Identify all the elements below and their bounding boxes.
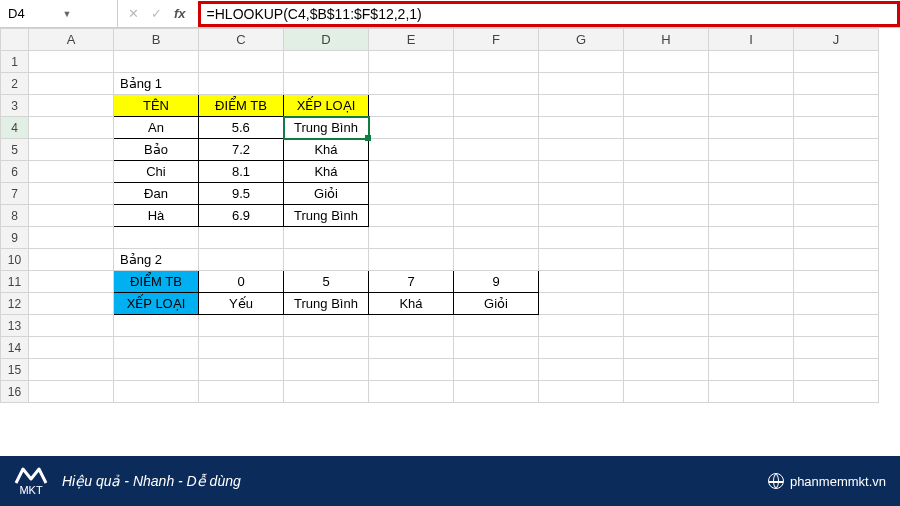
bang1-hdr-ten[interactable]: TÊN — [114, 95, 199, 117]
col-F[interactable]: F — [454, 29, 539, 51]
row-1[interactable]: 1 — [1, 51, 29, 73]
confirm-icon[interactable]: ✓ — [151, 6, 162, 21]
bang1-title[interactable]: Bảng 1 — [114, 73, 199, 95]
cell-D7[interactable]: Giỏi — [284, 183, 369, 205]
cell-F11[interactable]: 9 — [454, 271, 539, 293]
col-H[interactable]: H — [624, 29, 709, 51]
bang1-hdr-diem[interactable]: ĐIỂM TB — [199, 95, 284, 117]
tagline: Hiệu quả - Nhanh - Dễ dùng — [62, 473, 241, 489]
footer-right: phanmemmkt.vn — [768, 473, 886, 489]
name-box[interactable]: D4 ▼ — [0, 0, 118, 27]
cell-E12[interactable]: Khá — [369, 293, 454, 315]
cell-B6[interactable]: Chi — [114, 161, 199, 183]
cell-D8[interactable]: Trung Bình — [284, 205, 369, 227]
bang1-hdr-xeploai[interactable]: XẾP LOẠI — [284, 95, 369, 117]
cell-D6[interactable]: Khá — [284, 161, 369, 183]
logo-icon — [14, 467, 48, 485]
fx-icon[interactable]: fx — [174, 6, 186, 21]
cancel-icon[interactable]: ✕ — [128, 6, 139, 21]
bang2-hdr-diem[interactable]: ĐIỂM TB — [114, 271, 199, 293]
name-box-value: D4 — [8, 6, 57, 21]
cell-B5[interactable]: Bảo — [114, 139, 199, 161]
cell-C12[interactable]: Yếu — [199, 293, 284, 315]
cell-D11[interactable]: 5 — [284, 271, 369, 293]
cell-B4[interactable]: An — [114, 117, 199, 139]
cell-C4[interactable]: 5.6 — [199, 117, 284, 139]
col-E[interactable]: E — [369, 29, 454, 51]
cell-B8[interactable]: Hà — [114, 205, 199, 227]
cell-C7[interactable]: 9.5 — [199, 183, 284, 205]
col-J[interactable]: J — [794, 29, 879, 51]
grid[interactable]: A B C D E F G H I J 1 2Bảng 1 3 TÊN ĐIỂM… — [0, 28, 879, 403]
brand-logo: MKT — [14, 467, 48, 496]
row-3[interactable]: 3 — [1, 95, 29, 117]
bang2-hdr-xeploai[interactable]: XẾP LOẠI — [114, 293, 199, 315]
row-11[interactable]: 11 — [1, 271, 29, 293]
globe-icon — [768, 473, 784, 489]
cell-F12[interactable]: Giỏi — [454, 293, 539, 315]
col-A[interactable]: A — [29, 29, 114, 51]
row-2[interactable]: 2 — [1, 73, 29, 95]
row-9[interactable]: 9 — [1, 227, 29, 249]
cell-D4[interactable]: Trung Bình — [284, 117, 369, 139]
select-all[interactable] — [1, 29, 29, 51]
cell-C8[interactable]: 6.9 — [199, 205, 284, 227]
column-headers: A B C D E F G H I J — [1, 29, 879, 51]
chevron-down-icon[interactable]: ▼ — [57, 9, 118, 19]
formula-bar-buttons: ✕ ✓ fx — [118, 6, 196, 21]
footer: MKT Hiệu quả - Nhanh - Dễ dùng phanmemmk… — [0, 456, 900, 506]
brand-text: MKT — [19, 485, 42, 496]
row-4[interactable]: 4 — [1, 117, 29, 139]
row-12[interactable]: 12 — [1, 293, 29, 315]
cell-D5[interactable]: Khá — [284, 139, 369, 161]
site-url: phanmemmkt.vn — [790, 474, 886, 489]
row-15[interactable]: 15 — [1, 359, 29, 381]
cell-B7[interactable]: Đan — [114, 183, 199, 205]
row-7[interactable]: 7 — [1, 183, 29, 205]
col-G[interactable]: G — [539, 29, 624, 51]
row-5[interactable]: 5 — [1, 139, 29, 161]
formula-input[interactable]: =HLOOKUP(C4,$B$11:$F$12,2,1) — [198, 1, 900, 27]
col-C[interactable]: C — [199, 29, 284, 51]
row-8[interactable]: 8 — [1, 205, 29, 227]
cell-C6[interactable]: 8.1 — [199, 161, 284, 183]
row-16[interactable]: 16 — [1, 381, 29, 403]
footer-left: MKT Hiệu quả - Nhanh - Dễ dùng — [14, 467, 241, 496]
col-B[interactable]: B — [114, 29, 199, 51]
bang2-title[interactable]: Bảng 2 — [114, 249, 199, 271]
row-10[interactable]: 10 — [1, 249, 29, 271]
col-D[interactable]: D — [284, 29, 369, 51]
col-I[interactable]: I — [709, 29, 794, 51]
cell-C11[interactable]: 0 — [199, 271, 284, 293]
spreadsheet[interactable]: A B C D E F G H I J 1 2Bảng 1 3 TÊN ĐIỂM… — [0, 28, 900, 403]
formula-text: =HLOOKUP(C4,$B$11:$F$12,2,1) — [207, 6, 422, 22]
row-13[interactable]: 13 — [1, 315, 29, 337]
formula-bar: D4 ▼ ✕ ✓ fx =HLOOKUP(C4,$B$11:$F$12,2,1) — [0, 0, 900, 28]
cell-C5[interactable]: 7.2 — [199, 139, 284, 161]
row-14[interactable]: 14 — [1, 337, 29, 359]
cell-E11[interactable]: 7 — [369, 271, 454, 293]
row-6[interactable]: 6 — [1, 161, 29, 183]
cell-D12[interactable]: Trung Bình — [284, 293, 369, 315]
